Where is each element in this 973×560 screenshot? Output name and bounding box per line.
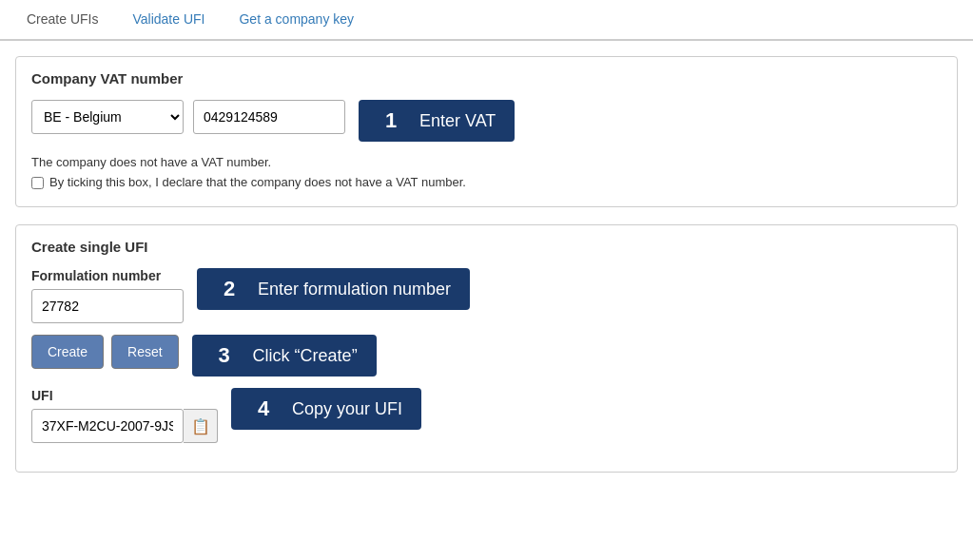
- create-reset-left: Create Reset: [31, 335, 179, 369]
- step1-btn-wrap: 1 Enter VAT: [359, 100, 942, 142]
- step4-label: Copy your UFI: [292, 399, 402, 419]
- step4-btn-wrap: 4 Copy your UFI: [231, 388, 942, 430]
- no-vat-checkbox[interactable]: [31, 177, 44, 189]
- formulation-left: Formulation number: [31, 268, 184, 323]
- enter-formulation-button[interactable]: 2 Enter formulation number: [197, 268, 470, 310]
- no-vat-checkbox-row: By ticking this box, I declare that the …: [31, 175, 942, 189]
- create-reset-row: Create Reset 3 Click “Create”: [31, 335, 942, 377]
- formulation-row: Formulation number 2 Enter formulation n…: [31, 268, 942, 323]
- reset-button[interactable]: Reset: [111, 335, 179, 369]
- vat-inputs: BE - Belgium: [31, 100, 345, 144]
- tab-bar: Create UFIs Validate UFI Get a company k…: [0, 0, 973, 41]
- no-vat-checkbox-label: By ticking this box, I declare that the …: [49, 175, 466, 189]
- click-create-button[interactable]: 3 Click “Create”: [192, 335, 377, 377]
- no-vat-text: The company does not have a VAT number.: [31, 155, 942, 169]
- create-button[interactable]: Create: [31, 335, 104, 369]
- copy-ufi-button[interactable]: 4 Copy your UFI: [231, 388, 421, 430]
- vat-section-title: Company VAT number: [31, 70, 942, 87]
- vat-section: Company VAT number BE - Belgium 1 Enter …: [15, 56, 958, 207]
- ufi-output-input[interactable]: [31, 409, 184, 443]
- tab-get-company-key[interactable]: Get a company key: [222, 0, 371, 41]
- step3-label: Click “Create”: [253, 346, 358, 366]
- enter-vat-button[interactable]: 1 Enter VAT: [359, 100, 515, 142]
- vat-country-row: BE - Belgium: [31, 100, 345, 134]
- ufi-input-wrap: 📋: [31, 409, 218, 443]
- step4-number: 4: [250, 396, 277, 421]
- step1-number: 1: [378, 108, 404, 133]
- step3-number: 3: [211, 343, 238, 368]
- ufi-copy-button[interactable]: 📋: [184, 409, 218, 443]
- ufi-output-row: UFI 📋 4 Copy your UFI: [31, 388, 942, 443]
- step1-label: Enter VAT: [419, 111, 496, 131]
- step2-number: 2: [216, 277, 243, 301]
- ufi-output-left: UFI 📋: [31, 388, 218, 443]
- ufi-section-title: Create single UFI: [31, 239, 942, 255]
- step3-btn-wrap: 3 Click “Create”: [192, 335, 942, 377]
- vat-input-row: BE - Belgium 1 Enter VAT: [31, 100, 942, 144]
- step2-btn-wrap: 2 Enter formulation number: [197, 268, 942, 310]
- main-content: Company VAT number BE - Belgium 1 Enter …: [0, 41, 973, 505]
- country-select[interactable]: BE - Belgium: [31, 100, 184, 134]
- formulation-label: Formulation number: [31, 268, 184, 283]
- tab-validate-ufi[interactable]: Validate UFI: [115, 0, 222, 41]
- ufi-section: Create single UFI Formulation number 2 E…: [15, 224, 958, 473]
- ufi-label: UFI: [31, 388, 218, 403]
- formulation-input[interactable]: [31, 289, 184, 323]
- step2-label: Enter formulation number: [258, 280, 451, 299]
- vat-number-input[interactable]: [193, 100, 345, 134]
- tab-create-ufis[interactable]: Create UFIs: [10, 0, 115, 41]
- clipboard-icon: 📋: [191, 417, 210, 435]
